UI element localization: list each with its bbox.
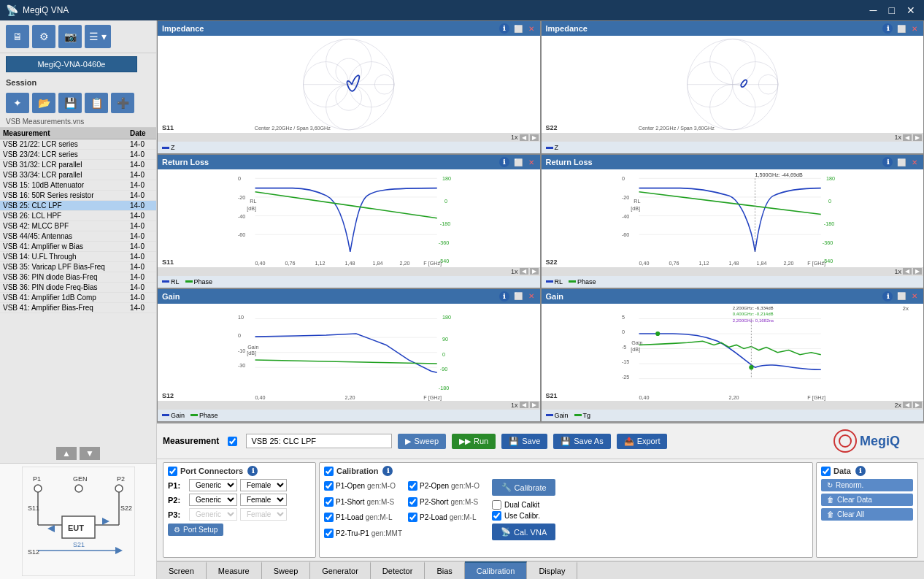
expand-s11-rl[interactable]: ⬜ [512,158,524,166]
scroll-left-s11-imp[interactable]: ◀ [520,134,528,141]
scroll-left-s21-gain[interactable]: ◀ [903,402,912,408]
screenshot-button[interactable]: 📷 [58,25,82,48]
calibrate-button[interactable]: 🔧 Calibrate [492,479,555,496]
port-enabled-checkbox[interactable] [168,467,177,476]
tab-detector[interactable]: Detector [371,561,426,579]
measurement-name-input[interactable] [246,434,392,448]
info-icon-s11-rl[interactable]: ℹ [499,157,509,167]
save-button[interactable]: 💾 Save [501,434,547,449]
table-row[interactable]: VSB 41: Amplifier 1dB Comp14-0 [0,293,156,303]
expand-s22-imp[interactable]: ⬜ [896,25,907,33]
table-row[interactable]: VSB 41: Amplifier w Bias14-0 [0,242,156,252]
table-row[interactable]: VSB 26: LCL HPF14-0 [0,211,156,221]
tab-screen[interactable]: Screen [157,561,207,579]
tab-generator[interactable]: Generator [310,561,371,579]
scroll-left-s22-imp[interactable]: ◀ [903,134,912,141]
table-row[interactable]: VSB 15: 10dB Attenuator14-0 [0,180,156,191]
use-calibr-check[interactable] [492,511,501,521]
clear-data-button[interactable]: 🗑 Clear Data [821,494,913,506]
cal-vna-button[interactable]: 📡 Cal. VNA [492,524,555,540]
close-s21-gain[interactable]: ✕ [910,292,919,300]
cal-p1-short-check[interactable] [324,497,334,507]
measurement-checkbox[interactable] [228,437,237,446]
port-p1-gender[interactable]: Female [240,479,287,491]
info-icon-s22-imp[interactable]: ℹ [882,23,893,34]
settings-button[interactable]: ⚙ [32,25,55,48]
data-info-icon[interactable]: ℹ [855,466,866,476]
table-row[interactable]: VSB 36: PIN diode Bias-Freq14-0 [0,272,156,283]
tab-measure[interactable]: Measure [207,561,262,579]
chart-body-s12-gain[interactable]: 10 0 -10 -30 180 90 0 -90 -180 Gain [dB] [158,304,540,401]
tab-bias[interactable]: Bias [425,561,464,579]
port-p1-type[interactable]: Generic [189,479,237,491]
cal-p2-tru-p1-check[interactable] [324,529,334,538]
chart-body-s22-imp[interactable]: 4590 Center 2,20GHz / Span 3,60GHz S22 [542,36,924,133]
close-button[interactable]: ✕ [904,4,918,16]
table-row[interactable]: VSB 21/22: LCR series14-0 [0,139,156,150]
cal-p1-load-check[interactable] [324,513,334,522]
data-enabled-checkbox[interactable] [821,467,831,476]
clear-all-button[interactable]: 🗑 Clear All [821,508,913,521]
expand-s12-gain[interactable]: ⬜ [512,292,524,300]
chart-body-s21-gain[interactable]: 5 0 -5 -15 -25 2,200GHz: -6,334dB 0,400G… [542,304,924,401]
scroll-right-s11-imp[interactable]: ▶ [530,134,539,141]
table-row[interactable]: VSB 42: MLCC BPF14-0 [0,221,156,231]
cal-p2-open-check[interactable] [408,481,417,491]
close-s22-rl[interactable]: ✕ [910,158,919,166]
chart-body-s11-imp[interactable]: Center 2,20GHz / Span 3,60GHz S11 [158,36,540,133]
close-s11-imp[interactable]: ✕ [527,25,536,33]
expand-s22-rl[interactable]: ⬜ [896,158,907,166]
tab-display[interactable]: Display [527,561,577,579]
close-s12-gain[interactable]: ✕ [527,292,536,300]
info-icon-s12-gain[interactable]: ℹ [499,291,509,302]
nav-down-button[interactable]: ▼ [80,447,100,460]
port-setup-button[interactable]: ⚙ Port Setup [168,524,223,536]
cal-enabled-checkbox[interactable] [324,467,334,476]
info-icon-s22-rl[interactable]: ℹ [882,157,893,167]
table-row[interactable]: VSB 23/24: LCR series14-0 [0,150,156,160]
chart-body-s22-rl[interactable]: 0 -20 -40 -60 180 0 -180 -360 -540 RL [d… [542,169,924,267]
device-selector[interactable]: MegiQ-VNA-0460e [6,56,137,72]
table-row[interactable]: VSB 31/32: LCR parallel14-0 [0,160,156,170]
save-as-button[interactable]: 💾 Save As [553,434,610,449]
table-row[interactable]: VSB 36: PIN diode Freq-Bias14-0 [0,283,156,293]
add-session-button[interactable]: ➕ [111,93,134,113]
cal-p2-load-check[interactable] [408,513,417,522]
scroll-left-s11-rl[interactable]: ◀ [520,268,528,275]
port-info-icon[interactable]: ℹ [247,466,258,476]
cal-info-icon[interactable]: ℹ [382,466,393,476]
save-session-button[interactable]: 💾 [58,93,82,113]
table-row[interactable]: VSB 44/45: Antennas14-0 [0,231,156,242]
open-session-button[interactable]: 📂 [32,93,55,113]
info-icon-s11-imp[interactable]: ℹ [499,23,509,34]
close-s11-rl[interactable]: ✕ [527,158,536,166]
nav-up-button[interactable]: ▲ [56,447,77,460]
port-p2-type[interactable]: Generic [189,494,237,506]
table-row[interactable]: VSB 25: CLC LPF14-0 [0,201,156,211]
run-button[interactable]: ▶▶ Run [452,434,496,449]
close-s22-imp[interactable]: ✕ [910,25,919,33]
renorm-button[interactable]: ↻ Renorm. [821,479,913,491]
cal-p1-open-check[interactable] [324,481,334,491]
table-row[interactable]: VSB 14: U.FL Through14-0 [0,252,156,262]
scroll-right-s12-gain[interactable]: ▶ [530,402,539,408]
scroll-right-s11-rl[interactable]: ▶ [530,268,539,275]
tab-calibration[interactable]: Calibration [465,561,528,579]
dual-calkit-check[interactable] [492,500,501,510]
maximize-button[interactable]: □ [886,4,898,16]
export-button[interactable]: 📤 Export [617,434,668,449]
table-row[interactable]: VSB 41: Amplifier Bias-Freq14-0 [0,303,156,313]
port-p2-gender[interactable]: Female [240,494,287,506]
new-session-button[interactable]: ✦ [6,93,29,113]
tab-sweep[interactable]: Sweep [262,561,311,579]
sweep-button[interactable]: ▶ Sweep [398,434,446,449]
menu-button[interactable]: ☰ ▾ [85,25,111,48]
scroll-left-s22-rl[interactable]: ◀ [903,268,912,275]
table-row[interactable]: VSB 33/34: LCR parallel14-0 [0,170,156,180]
scroll-right-s22-rl[interactable]: ▶ [913,268,922,275]
scroll-right-s21-gain[interactable]: ▶ [913,402,922,408]
table-row[interactable]: VSB 16: 50R Series resistor14-0 [0,191,156,201]
minimize-button[interactable]: ─ [867,4,880,16]
new-button[interactable]: 🖥 [6,25,29,48]
scroll-right-s22-imp[interactable]: ▶ [913,134,922,141]
